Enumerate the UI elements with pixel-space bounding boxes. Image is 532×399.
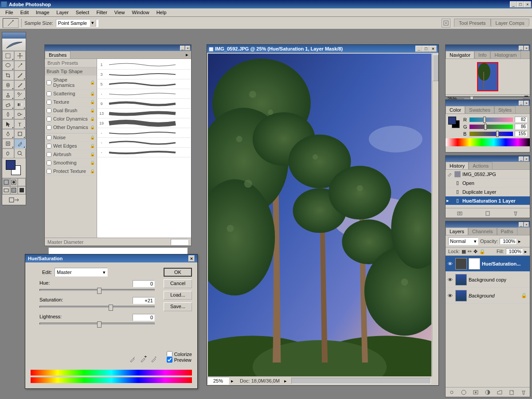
tab-actions[interactable]: Actions [469, 162, 493, 169]
new-layer-icon[interactable] [509, 389, 515, 395]
foreground-color-swatch[interactable] [6, 160, 16, 170]
brush-opt-dual-brush[interactable]: Dual Brush🔒 [45, 106, 97, 115]
doc-close-button[interactable]: × [430, 46, 437, 52]
screen-full[interactable] [18, 186, 26, 194]
opacity-arrow-icon[interactable]: ▸ [518, 239, 521, 244]
load-button[interactable]: Load... [164, 291, 192, 300]
brush-stroke-item[interactable]: 1 [98, 60, 190, 70]
fill-arrow-icon[interactable]: ▸ [524, 249, 527, 254]
fx-icon[interactable] [461, 389, 467, 395]
opacity-input[interactable]: 100% [500, 238, 516, 244]
lock-paint-icon[interactable]: ✏ [468, 249, 472, 254]
checkbox[interactable] [47, 152, 51, 157]
new-state-icon[interactable] [485, 210, 491, 216]
visibility-icon[interactable]: 👁 [446, 292, 454, 299]
heal-tool[interactable] [2, 80, 14, 90]
status-menu-icon[interactable]: ▸ [229, 378, 235, 384]
b-value[interactable]: 155 [515, 131, 527, 137]
brush-opt-wet-edges[interactable]: Wet Edges🔒 [45, 142, 97, 150]
menu-view[interactable]: View [111, 9, 129, 16]
saturation-input[interactable] [133, 297, 155, 304]
panel-minimize-icon[interactable]: _ [519, 156, 524, 161]
minimize-button[interactable]: _ [510, 1, 517, 8]
brush-stroke-item[interactable]: - [98, 89, 190, 99]
panel-close-icon[interactable]: × [524, 46, 529, 51]
g-slider[interactable] [469, 125, 513, 129]
checkbox[interactable] [47, 125, 51, 130]
visibility-icon[interactable]: 👁 [446, 260, 454, 267]
checkbox[interactable] [47, 117, 51, 121]
brush-opt-protect-texture[interactable]: Protect Texture🔒 [45, 167, 97, 176]
checkbox[interactable] [47, 100, 51, 105]
menu-layer[interactable]: Layer [53, 9, 72, 16]
brush-strokes-preview[interactable]: 135-91319--- [97, 59, 191, 238]
master-diameter-input[interactable] [171, 239, 188, 245]
panel-minimize-icon[interactable]: _ [519, 222, 524, 227]
brush-opt-texture[interactable]: Texture🔒 [45, 98, 97, 106]
navigator-header[interactable]: _× [446, 45, 530, 51]
close-button[interactable]: × [524, 1, 531, 8]
vertical-scrollbar[interactable] [432, 54, 438, 376]
type-tool[interactable]: T [14, 119, 26, 129]
eyedropper-minus-icon[interactable]: - [150, 356, 157, 363]
brush-stroke-item[interactable]: - [98, 138, 190, 148]
panel-close-icon[interactable]: × [185, 46, 190, 51]
doc-minimize-button[interactable]: _ [415, 46, 422, 52]
lock-move-icon[interactable]: ✥ [473, 249, 477, 254]
tab-history[interactable]: History [446, 162, 469, 169]
zoom-tool[interactable] [14, 149, 26, 158]
tab-brushes[interactable]: Brushes [45, 51, 70, 59]
doc-maximize-button[interactable]: □ [422, 46, 430, 52]
mask-icon[interactable] [473, 389, 479, 395]
checkbox[interactable] [47, 160, 51, 165]
ok-button[interactable]: OK [164, 268, 192, 277]
brush-opt-other-dynamics[interactable]: Other Dynamics🔒 [45, 123, 97, 132]
crop-tool[interactable] [2, 70, 14, 80]
hue-input[interactable] [133, 280, 155, 287]
maximize-button[interactable]: □ [517, 1, 524, 8]
new-snapshot-icon[interactable] [457, 210, 463, 216]
tab-navigator[interactable]: Navigator [446, 51, 474, 59]
pen-tool[interactable] [2, 129, 14, 139]
tab-histogram[interactable]: Histogram [490, 51, 520, 59]
eraser-tool[interactable] [2, 100, 14, 110]
checkbox[interactable] [47, 169, 51, 174]
brush-opt-noise[interactable]: Noise🔒 [45, 133, 97, 142]
brush-stroke-item[interactable]: 19 [98, 118, 190, 128]
save-button[interactable]: Save... [164, 302, 192, 311]
lock-transparency-icon[interactable]: ▦ [462, 249, 466, 254]
panel-minimize-icon[interactable]: _ [180, 46, 185, 51]
checkbox[interactable] [47, 108, 51, 113]
panel-close-icon[interactable]: × [524, 156, 529, 161]
document-canvas[interactable] [208, 54, 431, 376]
dialog-titlebar[interactable]: Hue/Saturation × [25, 254, 197, 262]
layers-header[interactable]: _× [446, 221, 530, 227]
panel-minimize-icon[interactable]: _ [519, 46, 524, 51]
brush-stroke-item[interactable]: - [98, 148, 190, 157]
checkbox[interactable] [47, 144, 51, 149]
tab-paths[interactable]: Paths [497, 227, 517, 235]
brush-stroke-item[interactable]: 5 [98, 79, 190, 89]
panel-close-icon[interactable]: × [524, 101, 529, 106]
menu-select[interactable]: Select [72, 9, 93, 16]
link-icon[interactable] [449, 389, 455, 395]
eyedropper-tool[interactable] [14, 139, 26, 149]
brush-stroke-item[interactable]: 9 [98, 99, 190, 109]
screen-standard[interactable] [2, 186, 10, 194]
hue-slider[interactable] [39, 289, 155, 291]
brush-opt-color-dynamics[interactable]: Color Dynamics🔒 [45, 115, 97, 123]
wand-tool[interactable] [14, 61, 26, 70]
edit-select[interactable]: Master ▾ [55, 268, 108, 277]
fg-swatch[interactable] [448, 117, 456, 125]
tab-tool-presets[interactable]: Tool Presets [454, 19, 491, 27]
brush-stroke-item[interactable]: 13 [98, 109, 190, 118]
tab-layer-comps[interactable]: Layer Comps [491, 19, 529, 27]
lasso-tool[interactable] [2, 61, 14, 70]
tab-info[interactable]: Info [474, 51, 490, 59]
layer-row[interactable]: 👁 Background 🔒 [446, 288, 530, 304]
move-tool[interactable] [14, 51, 26, 61]
trash-icon[interactable] [512, 210, 519, 216]
notes-tool[interactable] [2, 139, 14, 149]
brush-opt-scattering[interactable]: Scattering🔒 [45, 90, 97, 98]
lock-all-icon[interactable]: 🔒 [479, 249, 485, 254]
